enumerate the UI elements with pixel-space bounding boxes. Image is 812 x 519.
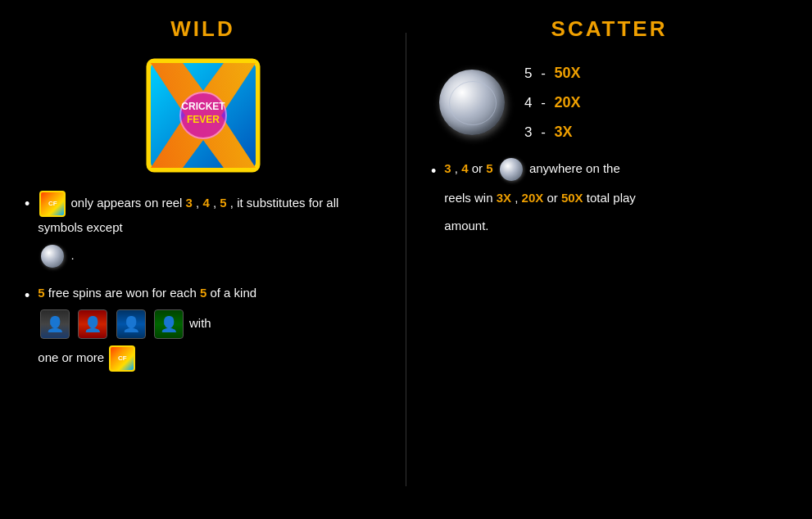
wild-icon-inline-2: [109, 345, 135, 372]
player-icon-3: [116, 309, 146, 339]
bullet-dot-2: •: [25, 284, 29, 309]
wild-bullet-list: • only appears on reel 3 , 4 , 5 , it su…: [25, 191, 381, 372]
player-icon-4: [154, 309, 184, 339]
scatter-line3: amount.: [444, 215, 636, 237]
scatter-dash-5: -: [541, 65, 549, 81]
scatter-ball-inline-2: [500, 158, 523, 181]
main-page: WILD: [0, 0, 812, 519]
scatter-win-50x: 50X: [561, 191, 583, 205]
scatter-image-container: 5 - 50X 4 - 20X 3 - 3X: [431, 58, 787, 147]
scatter-count-5: 5: [524, 65, 532, 81]
scatter-n5: 5: [486, 161, 492, 175]
scatter-stats: 5 - 50X 4 - 20X 3 - 3X: [524, 58, 581, 147]
wild-bullet-1: • only appears on reel 3 , 4 , 5 , it su…: [25, 191, 381, 268]
scatter-win-3x: 3X: [497, 191, 511, 205]
bullet-dot-1: •: [25, 192, 29, 217]
scatter-win-20x: 20X: [522, 191, 544, 205]
scatter-mult-3x: 3X: [555, 124, 573, 140]
wild-bullet-1-text: only appears on reel 3 , 4 , 5 , it subs…: [38, 191, 381, 268]
scatter-count-4: 4: [524, 95, 532, 111]
svg-text:FEVER: FEVER: [186, 114, 219, 125]
wild-icon-inline-1: [39, 191, 66, 217]
scatter-mult-20x: 20X: [555, 94, 581, 111]
scatter-ball-inline-1: [41, 245, 64, 268]
scatter-n4: 4: [461, 161, 468, 175]
wild-title: WILD: [25, 16, 381, 42]
scatter-bullet-list: • 3 , 4 or 5 anywhere on the reels win 3…: [431, 158, 787, 236]
scatter-title: SCATTER: [431, 16, 787, 42]
scatter-row-3: 3 - 3X: [524, 117, 581, 147]
player-icons-line: with: [38, 309, 256, 339]
scatter-bullet-text: 3 , 4 or 5 anywhere on the reels win 3X …: [444, 158, 636, 236]
player-icon-1: [40, 309, 70, 339]
scatter-n3: 3: [444, 161, 451, 175]
scatter-bullet-1: • 3 , 4 or 5 anywhere on the reels win 3…: [431, 158, 787, 236]
wild-panel: WILD: [0, 16, 406, 503]
reel-num-3: 3: [186, 196, 193, 210]
player-icon-2: [78, 309, 107, 339]
scatter-dash-4: -: [541, 95, 549, 111]
scatter-count-3: 3: [524, 124, 532, 140]
scatter-dash-3: -: [541, 124, 549, 140]
scatter-mult-50x: 50X: [555, 65, 581, 81]
svg-text:CRICKET: CRICKET: [181, 101, 225, 112]
one-or-more-line: one or more: [38, 345, 256, 372]
scatter-panel: SCATTER 5 - 50X 4 - 20X 3 - 3X: [406, 16, 812, 503]
wild-symbol-image: CRICKET FEVER: [146, 58, 261, 173]
reel-num-4: 4: [202, 196, 209, 210]
wild-image-container: CRICKET FEVER: [25, 58, 381, 173]
scatter-bullet-dot: •: [431, 160, 436, 184]
scatter-row-5: 5 - 50X: [524, 58, 581, 88]
freespin-5-1: 5: [38, 286, 44, 300]
scatter-line2: reels win 3X , 20X or 50X total play: [444, 187, 636, 209]
wild-bullet-2-text: 5 free spins are won for each 5 of a kin…: [38, 282, 256, 372]
reel-num-5: 5: [220, 196, 226, 210]
freespin-5-2: 5: [200, 286, 206, 300]
wild-bullet-2: • 5 free spins are won for each 5 of a k…: [25, 282, 381, 372]
scatter-ball-large: [439, 70, 505, 135]
scatter-row-4: 4 - 20X: [524, 88, 581, 117]
ball-line: .: [38, 245, 381, 268]
